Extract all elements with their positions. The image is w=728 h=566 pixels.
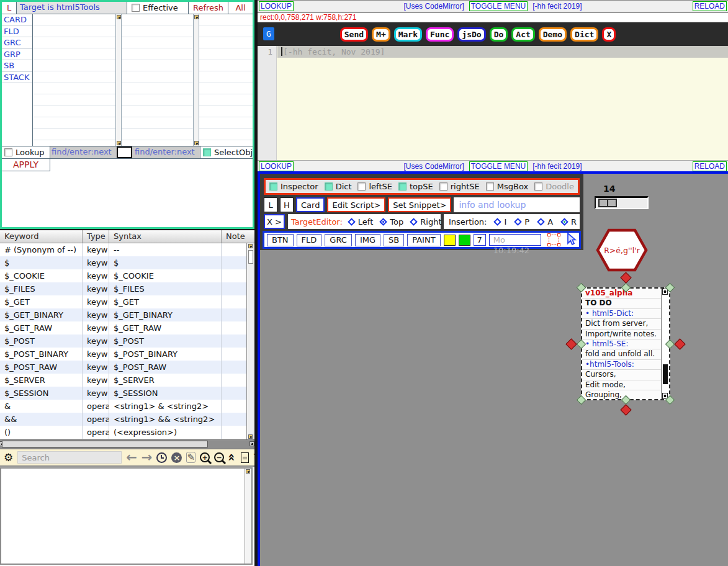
lookup-button[interactable]: LOOKUP <box>259 1 294 11</box>
scroll-up-icon[interactable] <box>246 469 250 474</box>
scroll-down-icon[interactable] <box>248 434 253 439</box>
count-box[interactable]: 7 <box>474 234 486 246</box>
apply-button[interactable]: APPLY <box>2 159 50 171</box>
tool-button[interactable]: GRC <box>325 234 352 246</box>
table-row[interactable]: $_GET_BINARY keyw $_GET_BINARY <box>0 308 254 321</box>
green-swatch[interactable] <box>459 235 470 246</box>
target-editor-option[interactable]: Right <box>411 217 441 227</box>
command-button[interactable]: Mark <box>394 27 422 42</box>
tool-button[interactable]: PAINT <box>407 234 440 246</box>
command-button[interactable]: Dict <box>570 27 598 42</box>
yellow-swatch[interactable] <box>444 235 456 246</box>
view-toggle[interactable]: leftSE <box>357 182 392 191</box>
object-list-2-scrollbar[interactable] <box>193 14 199 146</box>
target-editor-option[interactable]: Left <box>349 217 373 227</box>
insertion-option[interactable]: R <box>562 217 577 227</box>
command-button[interactable]: Send <box>340 27 368 42</box>
view-toggle[interactable]: Doodle <box>534 182 574 191</box>
toggle-menu-button[interactable]: TOGGLE MENU <box>469 1 528 11</box>
insertion-option[interactable]: P <box>515 217 529 227</box>
toggle-checkbox[interactable] <box>398 182 407 191</box>
g-button[interactable]: G <box>263 27 274 40</box>
scrollbar-thumb[interactable] <box>248 250 253 264</box>
tool-button[interactable]: SB <box>384 234 404 246</box>
view-toggle[interactable]: MsgBox <box>486 182 528 191</box>
object-list-1-scrollbar[interactable] <box>115 14 122 146</box>
table-row[interactable]: $_SESSION keyw $_SESSION <box>0 387 254 400</box>
edit-pencil-icon[interactable]: ✎ <box>186 452 195 463</box>
back-arrow-icon[interactable]: ← <box>126 451 137 464</box>
scroll-down-icon[interactable] <box>194 141 199 145</box>
view-toggle[interactable]: Inspector <box>269 182 318 191</box>
l-mode-button[interactable]: L <box>264 197 277 212</box>
effective-checkbox[interactable] <box>132 4 140 12</box>
history-clock-icon[interactable] <box>156 452 167 463</box>
toggle-checkbox[interactable] <box>325 182 333 191</box>
insertion-option[interactable]: I <box>495 217 506 227</box>
h-mode-button[interactable]: H <box>280 197 294 212</box>
hexagon-object[interactable]: R>é,g''l'r <box>596 228 648 272</box>
command-button[interactable]: Demo <box>539 27 567 42</box>
tool-button[interactable]: BTN <box>267 234 294 246</box>
clear-icon[interactable]: × <box>171 452 182 463</box>
table-vertical-scrollbar[interactable] <box>246 243 254 439</box>
todo-note-card[interactable]: v105_alphaTO DO• html5-Dict:Dict from se… <box>581 287 670 400</box>
document-icon[interactable] <box>241 452 249 463</box>
command-button[interactable]: jsDo <box>457 27 485 42</box>
table-row[interactable]: () opera (<expression>) <box>0 426 254 439</box>
scroll-up-icon[interactable] <box>117 15 121 19</box>
view-toggle[interactable]: rightSE <box>439 182 480 191</box>
collapse-all-icon[interactable]: « <box>227 454 239 462</box>
code-editor[interactable]: 1 [-hh fecit, Nov 2019] <box>258 46 728 160</box>
target-editor-option[interactable]: Top <box>380 217 403 227</box>
output-panel[interactable] <box>0 467 253 565</box>
toggle-checkbox[interactable] <box>439 182 447 191</box>
select-tool-icon[interactable] <box>549 235 559 245</box>
command-button[interactable]: Do <box>490 27 508 42</box>
object-type-list[interactable]: CARDFLDGRCGRPSBSTACK <box>2 14 33 146</box>
x-button[interactable]: X > <box>264 214 285 229</box>
search-input[interactable] <box>17 451 122 464</box>
table-row[interactable]: $_FILES keyw $_FILES <box>0 282 254 295</box>
refresh-button[interactable]: Refresh <box>188 2 228 14</box>
clock-field[interactable]: Mo 10:19:42 <box>489 234 541 246</box>
zoom-in-icon[interactable]: + <box>200 452 210 462</box>
toggle-checkbox[interactable] <box>357 182 366 191</box>
edit-script-button[interactable]: Edit Script> <box>327 197 385 212</box>
view-toggle[interactable]: topSE <box>398 182 433 191</box>
lookup-button[interactable]: LOOKUP <box>259 161 294 171</box>
toggle-menu-button[interactable]: TOGGLE MENU <box>469 161 528 171</box>
reload-button[interactable]: RELOAD <box>693 161 727 171</box>
object-type-item[interactable]: GRC <box>2 37 32 49</box>
object-type-item[interactable]: STACK <box>2 72 32 84</box>
tool-button[interactable]: FLD <box>297 234 322 246</box>
table-row[interactable]: & opera <string1> & <string2> <box>0 400 254 413</box>
table-row[interactable]: $_COOKIE keyw $_COOKIE <box>0 269 254 282</box>
object-type-item[interactable]: FLD <box>2 26 32 38</box>
view-toggle[interactable]: Dict <box>325 182 352 191</box>
slider-thumb[interactable] <box>598 199 617 207</box>
object-type-item[interactable]: SB <box>2 60 32 72</box>
command-button[interactable]: Act <box>511 27 534 42</box>
slider[interactable] <box>595 196 649 209</box>
table-row[interactable]: $ keyw $ <box>0 256 254 269</box>
table-row[interactable]: && opera <string1> && <string2> <box>0 413 254 426</box>
table-row[interactable]: $_POST_RAW keyw $_POST_RAW <box>0 361 254 374</box>
table-row[interactable]: $_SERVER keyw $_SERVER <box>0 374 254 387</box>
forward-arrow-icon[interactable]: → <box>142 451 153 464</box>
lookup-toggle[interactable]: Lookup <box>2 146 50 158</box>
selectobj-checkbox[interactable] <box>203 148 211 156</box>
table-horizontal-scrollbar[interactable] <box>0 439 254 448</box>
insertion-option[interactable]: A <box>538 217 553 227</box>
card-button[interactable]: Card <box>296 197 325 212</box>
l-button[interactable]: L <box>2 2 17 14</box>
table-row[interactable]: $_POST_BINARY keyw $_POST_BINARY <box>0 348 254 361</box>
scroll-down-icon[interactable] <box>117 141 121 145</box>
scroll-right-icon[interactable] <box>249 441 254 446</box>
command-button[interactable]: X <box>602 27 616 42</box>
reload-button[interactable]: RELOAD <box>693 1 727 11</box>
scrollbar-thumb[interactable] <box>663 364 668 384</box>
move-handle[interactable] <box>620 404 631 415</box>
set-snippet-button[interactable]: Set Snippet> <box>388 197 451 212</box>
scrollbar-thumb[interactable] <box>2 441 208 447</box>
